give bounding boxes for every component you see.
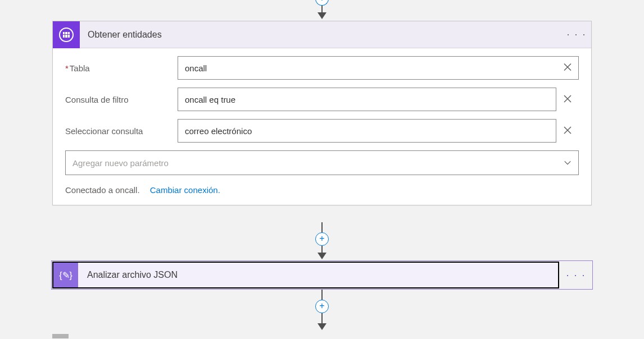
add-step-button[interactable]: + — [315, 300, 329, 313]
action-card-parse-json: {✎} Analizar archivo JSON · · · — [52, 262, 592, 288]
action-card-body: *Tabla Consulta de filtro — [53, 48, 591, 205]
connector-arrowhead — [318, 323, 326, 330]
param-label: Seleccionar consulta — [65, 126, 178, 136]
clear-icon[interactable] — [563, 63, 572, 74]
connector-line — [321, 313, 323, 324]
add-step-button[interactable]: + — [315, 232, 329, 246]
action-card-get-entities: Obtener entidades · · · *Tabla Consulta … — [52, 21, 592, 205]
action-card-title: Analizar archivo JSON — [87, 270, 558, 280]
flow-canvas: + Obtener entidades · · · *Tabla — [0, 0, 644, 339]
connector-arrowhead — [318, 12, 326, 19]
connector-arrowhead — [318, 253, 326, 259]
action-card-menu-button[interactable]: · · · — [565, 24, 588, 46]
action-card-header[interactable]: Obtener entidades · · · — [53, 21, 591, 48]
param-row-select: Seleccionar consulta — [65, 119, 579, 143]
param-label: Consulta de filtro — [65, 95, 178, 104]
param-row-tabla: *Tabla — [65, 56, 579, 80]
tabla-input[interactable] — [178, 56, 579, 80]
add-step-button-top[interactable]: + — [315, 0, 329, 6]
filtro-input[interactable] — [178, 88, 556, 111]
param-row-filtro: Consulta de filtro — [65, 88, 579, 111]
add-parameter-placeholder: Agregar nuevo parámetro — [72, 158, 169, 168]
select-input[interactable] — [178, 119, 556, 143]
connection-info: Conectado a oncall. Cambiar conexión. — [65, 185, 579, 195]
connection-status-text: Conectado a oncall. — [65, 185, 140, 195]
clear-icon[interactable] — [556, 94, 579, 105]
action-card-header[interactable]: {✎} Analizar archivo JSON — [52, 262, 559, 288]
chevron-down-icon — [564, 159, 572, 167]
action-card-menu-button[interactable]: · · · — [565, 264, 587, 286]
clear-icon[interactable] — [556, 126, 579, 136]
table-storage-icon — [53, 21, 80, 48]
change-connection-link[interactable]: Cambiar conexión. — [150, 185, 220, 195]
data-operation-icon: {✎} — [53, 263, 78, 287]
next-card-peek — [52, 334, 69, 338]
action-card-title: Obtener entidades — [88, 30, 565, 40]
add-parameter-dropdown[interactable]: Agregar nuevo parámetro — [65, 150, 579, 175]
connector-line — [321, 222, 323, 232]
connector-line — [321, 290, 323, 300]
required-marker: * — [65, 63, 69, 73]
param-label: *Tabla — [65, 63, 178, 73]
